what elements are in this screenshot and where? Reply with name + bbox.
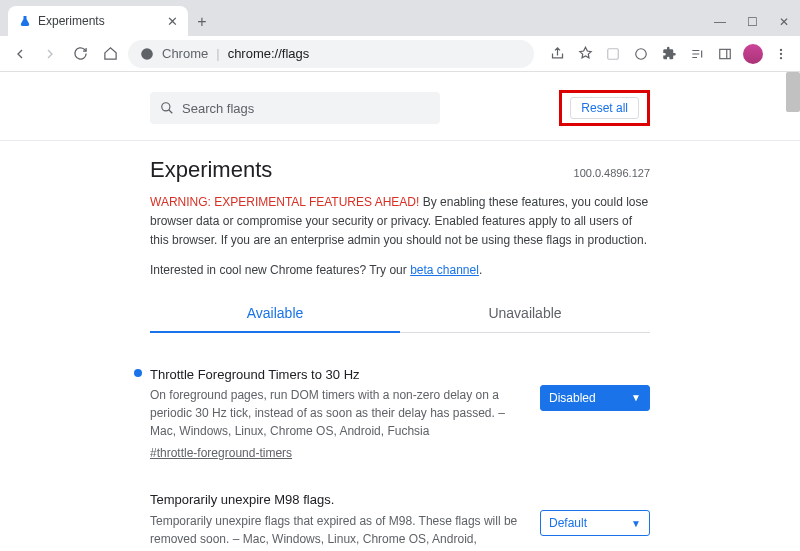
experiments-header: Experiments 100.0.4896.127	[150, 157, 650, 183]
version-text: 100.0.4896.127	[574, 167, 650, 179]
share-icon[interactable]	[546, 43, 568, 65]
modified-dot-icon	[134, 369, 142, 377]
reload-button[interactable]	[68, 42, 92, 66]
flag-dropdown[interactable]: Default▼	[540, 510, 650, 536]
browser-tab[interactable]: Experiments ✕	[8, 6, 188, 36]
reset-all-button[interactable]: Reset all	[570, 97, 639, 119]
close-button[interactable]: ✕	[768, 8, 800, 36]
ext2-icon[interactable]	[630, 43, 652, 65]
flag-title: Throttle Foreground Timers to 30 Hz	[150, 365, 520, 385]
url-text: chrome://flags	[228, 46, 310, 61]
flag-title: Temporarily unexpire M98 flags.	[150, 490, 520, 510]
browser-toolbar: Chrome | chrome://flags	[0, 36, 800, 72]
back-button[interactable]	[8, 42, 32, 66]
new-tab-button[interactable]: +	[188, 8, 216, 36]
svg-point-7	[780, 56, 782, 58]
extensions-icon[interactable]	[658, 43, 680, 65]
flag-info: Throttle Foreground Timers to 30 HzOn fo…	[150, 365, 520, 463]
flag-row: Temporarily unexpire M98 flags.Temporari…	[150, 476, 650, 551]
svg-point-6	[780, 52, 782, 54]
window-controls: — ☐ ✕	[704, 8, 800, 36]
flag-description: On foreground pages, run DOM timers with…	[150, 386, 520, 440]
dropdown-value: Disabled	[549, 391, 596, 405]
chevron-down-icon: ▼	[631, 392, 641, 403]
bookmark-icon[interactable]	[574, 43, 596, 65]
search-input[interactable]: Search flags	[150, 92, 440, 124]
page-content: Search flags Reset all Experiments 100.0…	[0, 72, 800, 551]
tab-unavailable[interactable]: Unavailable	[400, 295, 650, 333]
beta-channel-link[interactable]: beta channel	[410, 263, 479, 277]
minimize-button[interactable]: —	[704, 8, 736, 36]
svg-rect-3	[720, 49, 731, 58]
svg-point-5	[780, 48, 782, 50]
svg-point-0	[141, 48, 153, 60]
forward-button[interactable]	[38, 42, 62, 66]
toolbar-actions	[540, 43, 792, 65]
close-icon[interactable]: ✕	[167, 14, 178, 29]
panel-icon[interactable]	[714, 43, 736, 65]
reading-list-icon[interactable]	[686, 43, 708, 65]
search-row: Search flags Reset all	[0, 72, 800, 141]
flask-icon	[18, 14, 32, 28]
flag-dropdown[interactable]: Disabled▼	[540, 385, 650, 411]
search-icon	[160, 101, 174, 115]
flag-description: Temporarily unexpire flags that expired …	[150, 512, 520, 551]
url-protocol: Chrome	[162, 46, 208, 61]
tab-title: Experiments	[38, 14, 161, 28]
tab-available[interactable]: Available	[150, 295, 400, 333]
page-title: Experiments	[150, 157, 272, 183]
maximize-button[interactable]: ☐	[736, 8, 768, 36]
scrollbar-thumb[interactable]	[786, 72, 800, 112]
titlebar: Experiments ✕ + — ☐ ✕	[0, 0, 800, 36]
warning-block: WARNING: EXPERIMENTAL FEATURES AHEAD! By…	[150, 193, 650, 251]
reset-all-highlight: Reset all	[559, 90, 650, 126]
dropdown-value: Default	[549, 516, 587, 530]
flag-info: Temporarily unexpire M98 flags.Temporari…	[150, 490, 520, 551]
chevron-down-icon: ▼	[631, 518, 641, 529]
flag-tag-link[interactable]: #throttle-foreground-timers	[150, 444, 292, 462]
svg-point-2	[636, 48, 647, 59]
flag-tabs: Available Unavailable	[150, 295, 650, 333]
address-bar[interactable]: Chrome | chrome://flags	[128, 40, 534, 68]
profile-avatar[interactable]	[742, 43, 764, 65]
interest-row: Interested in cool new Chrome features? …	[150, 263, 650, 277]
ext1-icon[interactable]	[602, 43, 624, 65]
flag-row: Throttle Foreground Timers to 30 HzOn fo…	[150, 351, 650, 477]
chrome-icon	[140, 47, 154, 61]
svg-line-9	[169, 110, 173, 114]
home-button[interactable]	[98, 42, 122, 66]
menu-icon[interactable]	[770, 43, 792, 65]
svg-rect-1	[608, 48, 619, 59]
warning-label: WARNING: EXPERIMENTAL FEATURES AHEAD!	[150, 195, 419, 209]
flags-list: Throttle Foreground Timers to 30 HzOn fo…	[150, 351, 650, 551]
svg-point-8	[162, 103, 170, 111]
search-placeholder: Search flags	[182, 101, 254, 116]
